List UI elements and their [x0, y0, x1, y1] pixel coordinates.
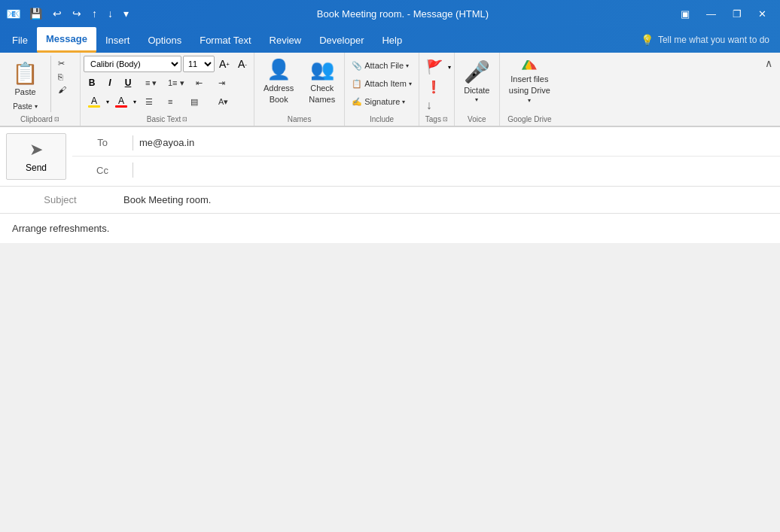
ribbon: 📋 Paste Paste ▾ ✂ ⎘ 🖌 — [0, 53, 780, 127]
title-bar-controls: ▣ — ❐ ✕ — [673, 5, 774, 23]
scissors-icon: ✂ — [58, 59, 65, 68]
flag-icon: 🚩 — [426, 59, 443, 75]
check-names-button[interactable]: 👥 CheckNames — [303, 56, 341, 107]
email-body[interactable]: Arrange refreshments. — [0, 214, 780, 243]
window-box-button[interactable]: ▣ — [673, 5, 697, 23]
menu-bar: File Message Insert Options Format Text … — [0, 27, 780, 53]
tags-group-body: 🚩 ▾ ❗ ↓ — [422, 54, 451, 114]
attach-file-button[interactable]: 📎 Attach File ▾ — [348, 57, 413, 74]
send-button[interactable]: ➤ Send — [6, 133, 66, 180]
body-text: Arrange refreshments. — [12, 223, 109, 234]
decrease-indent-button[interactable]: ⇤ — [193, 78, 215, 89]
insert-files-drive-button[interactable]: Insert filesusing Drive ▾ — [503, 56, 556, 107]
font-size-select[interactable]: 11 — [183, 56, 215, 72]
redo-qat-button[interactable]: ↪ — [69, 5, 85, 23]
low-importance-button[interactable]: ↓ — [422, 97, 443, 114]
clipboard-group-body: 📋 Paste Paste ▾ ✂ ⎘ 🖌 — [5, 54, 75, 114]
signature-button[interactable]: ✍ Signature ▾ — [348, 93, 409, 110]
voice-group-label: Voice — [458, 114, 496, 126]
underline-button[interactable]: U — [120, 74, 136, 91]
google-drive-icon — [517, 59, 541, 72]
color-align-row: A ▾ A ▾ ☰ ≡ ▤ A▾ — [84, 93, 237, 110]
search-placeholder: Tell me what you want to do — [658, 35, 769, 45]
cc-label: Cc — [72, 165, 133, 176]
high-importance-icon: ❗ — [426, 80, 441, 94]
font-color-indicator — [115, 105, 127, 108]
signature-icon: ✍ — [352, 97, 362, 107]
unordered-list-button[interactable]: ≡ ▾ — [143, 78, 164, 89]
flag-button[interactable]: 🚩 — [422, 57, 446, 77]
attach-item-dropdown: ▾ — [409, 81, 412, 87]
basic-text-group-body: Calibri (Body) 11 A+ A- B I U ≡ ▾ 1≡ ▾ — [84, 54, 251, 114]
to-input[interactable] — [136, 131, 780, 154]
address-book-button[interactable]: 👤 AddressBook — [257, 56, 300, 107]
format-painter-button[interactable]: 🖌 — [54, 84, 75, 96]
italic-button[interactable]: I — [102, 74, 118, 91]
basic-text-expand-button[interactable]: ⊡ — [182, 116, 187, 123]
font-grow-button[interactable]: A+ — [216, 56, 233, 72]
menu-options[interactable]: Options — [139, 27, 190, 53]
basic-text-group-label: Basic Text ⊡ — [84, 114, 251, 126]
menu-help[interactable]: Help — [373, 27, 411, 53]
font-row: Calibri (Body) 11 A+ A- — [84, 56, 251, 72]
save-qat-button[interactable]: 💾 — [26, 5, 46, 23]
align-right-button[interactable]: ▤ — [188, 96, 209, 108]
cc-input[interactable] — [136, 159, 780, 182]
high-importance-button[interactable]: ❗ — [422, 78, 445, 96]
include-group-label: Include — [348, 114, 416, 126]
minimize-button[interactable]: — — [699, 5, 724, 23]
dictate-button[interactable]: 🎤 Dictate ▾ — [458, 56, 496, 107]
menu-message[interactable]: Message — [37, 27, 96, 53]
low-importance-icon: ↓ — [426, 99, 432, 112]
tell-me-search[interactable]: 💡 Tell me what you want to do — [633, 27, 777, 53]
to-label: To — [72, 137, 133, 148]
send-arrow-icon: ➤ — [29, 140, 43, 160]
collapse-ribbon-button[interactable]: ∧ — [762, 54, 775, 72]
menu-file[interactable]: File — [3, 27, 37, 53]
menu-insert[interactable]: Insert — [96, 27, 139, 53]
subject-row: Subject — [0, 187, 780, 214]
menu-format-text[interactable]: Format Text — [190, 27, 260, 53]
up-arrow-qat-button[interactable]: ↑ — [88, 5, 101, 23]
menu-developer[interactable]: Developer — [310, 27, 373, 53]
text-effect-button[interactable]: A▾ — [216, 96, 237, 108]
font-color-dropdown-arrow: ▾ — [133, 99, 136, 105]
voice-group-body: 🎤 Dictate ▾ — [458, 54, 496, 114]
menu-review[interactable]: Review — [261, 27, 311, 53]
include-group-body: 📎 Attach File ▾ 📋 Attach Item ▾ ✍ Signat… — [348, 54, 416, 114]
ribbon-collapse-area: ∧ — [759, 53, 778, 126]
font-shrink-button[interactable]: A- — [234, 56, 251, 72]
restore-button[interactable]: ❐ — [725, 5, 749, 23]
font-color-button[interactable]: A — [111, 93, 132, 110]
font-family-select[interactable]: Calibri (Body) — [84, 56, 181, 72]
include-group: 📎 Attach File ▾ 📋 Attach Item ▾ ✍ Signat… — [345, 53, 419, 126]
dictate-label: Dictate — [464, 86, 489, 95]
increase-indent-button[interactable]: ⇥ — [216, 78, 237, 89]
compose-area: ➤ Send To Cc Subject Arrange refreshment… — [0, 127, 780, 243]
undo-qat-button[interactable]: ↩ — [49, 5, 66, 23]
copy-button[interactable]: ⎘ — [54, 71, 75, 83]
google-drive-group: Insert filesusing Drive ▾ Google Drive — [500, 53, 559, 126]
to-divider — [133, 135, 133, 150]
close-button[interactable]: ✕ — [751, 5, 774, 23]
microphone-icon: 🎤 — [464, 59, 490, 84]
basic-text-group: Calibri (Body) 11 A+ A- B I U ≡ ▾ 1≡ ▾ — [81, 53, 254, 126]
down-arrow-qat-button[interactable]: ↓ — [104, 5, 117, 23]
align-left-button[interactable]: ☰ — [143, 96, 164, 108]
customize-qat-button[interactable]: ▾ — [120, 5, 133, 23]
names-group-label: Names — [257, 114, 341, 126]
subject-input[interactable] — [120, 188, 780, 211]
signature-dropdown: ▾ — [402, 99, 405, 105]
clipboard-expand-button[interactable]: ⊡ — [54, 116, 59, 123]
bold-button[interactable]: B — [84, 74, 100, 91]
tags-expand-button[interactable]: ⊡ — [443, 116, 448, 123]
attach-item-button[interactable]: 📋 Attach Item ▾ — [348, 75, 416, 92]
align-center-button[interactable]: ≡ — [166, 96, 187, 107]
highlight-color-button[interactable]: A — [84, 93, 105, 110]
clipboard-group: 📋 Paste Paste ▾ ✂ ⎘ 🖌 — [2, 53, 81, 126]
paste-dropdown-button[interactable]: Paste ▾ — [5, 101, 46, 112]
cut-button[interactable]: ✂ — [54, 57, 75, 70]
paste-button[interactable]: 📋 Paste — [5, 56, 46, 101]
ordered-list-button[interactable]: 1≡ ▾ — [166, 78, 187, 89]
names-group: 👤 AddressBook 👥 CheckNames Names — [254, 53, 345, 126]
